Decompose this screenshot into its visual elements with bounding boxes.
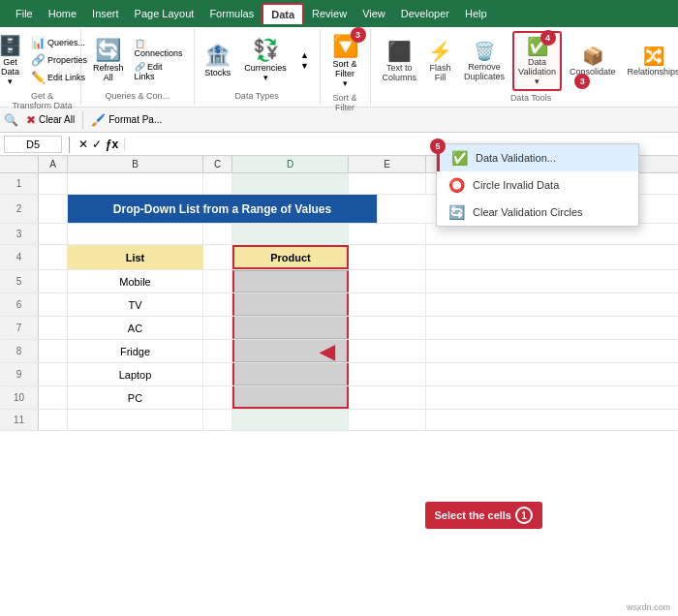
- cell-e3[interactable]: [349, 224, 426, 244]
- cell-a4[interactable]: [39, 245, 68, 269]
- cell-e1[interactable]: [349, 173, 426, 194]
- cell-reference[interactable]: D5: [4, 136, 62, 153]
- cell-e9[interactable]: [349, 363, 426, 385]
- tab-data[interactable]: Data: [262, 3, 304, 24]
- cell-d7-product[interactable]: [232, 317, 349, 339]
- text-columns-label: Text toColumns: [383, 63, 417, 82]
- cell-c3[interactable]: [203, 224, 232, 244]
- edit-links-button[interactable]: ✏️ Edit Links: [28, 70, 88, 85]
- cell-d10-product[interactable]: [232, 386, 349, 409]
- cell-a3[interactable]: [39, 224, 68, 244]
- cell-b8[interactable]: Fridge: [68, 340, 203, 362]
- cell-d1[interactable]: [232, 173, 349, 194]
- queries-button[interactable]: 📊 Queries...: [28, 35, 88, 50]
- tab-file[interactable]: File: [8, 4, 41, 23]
- tab-help[interactable]: Help: [457, 4, 495, 23]
- text-to-columns-button[interactable]: ⬛ Text toColumns: [379, 37, 421, 85]
- data-validation-dropdown[interactable]: ✅ Data Validation... 5 ⭕ Circle Invalid …: [436, 143, 639, 227]
- cell-a2[interactable]: [39, 195, 68, 223]
- cell-b3[interactable]: [68, 224, 203, 244]
- stocks-button[interactable]: 🏦 Stocks: [200, 40, 234, 80]
- tab-pagelayout[interactable]: Page Layout: [127, 4, 202, 23]
- flash-fill-button[interactable]: ⚡ FlashFill: [424, 37, 456, 85]
- confirm-formula-button[interactable]: ✓: [92, 138, 102, 151]
- cell-e11[interactable]: [349, 410, 426, 430]
- datatypes-expand[interactable]: ▲ ▼: [296, 47, 313, 74]
- cell-a11[interactable]: [39, 410, 68, 430]
- tab-formulas[interactable]: Formulas: [201, 4, 262, 23]
- cell-b9[interactable]: Laptop: [68, 363, 203, 385]
- cell-c5[interactable]: [203, 270, 232, 293]
- cell-b11[interactable]: [68, 410, 203, 430]
- data-validation-button[interactable]: ✅ 4 DataValidation ▾: [512, 31, 562, 91]
- cell-d9-product[interactable]: [232, 363, 349, 385]
- dv-icon: ✅: [451, 150, 468, 166]
- cell-a7[interactable]: [39, 317, 68, 339]
- dropdown-item-data-validation[interactable]: ✅ Data Validation... 5: [437, 144, 638, 171]
- sort-filter-button[interactable]: 🔽 Sort &Filter ▾ 3: [328, 31, 362, 91]
- cell-c8[interactable]: [203, 340, 232, 362]
- cell-d4-product-header[interactable]: Product: [232, 245, 349, 269]
- cell-a8[interactable]: [39, 340, 68, 362]
- cell-c6[interactable]: [203, 293, 232, 316]
- cell-c9[interactable]: [203, 363, 232, 385]
- cell-a9[interactable]: [39, 363, 68, 385]
- dropdown-item-clear[interactable]: 🔄 Clear Validation Circles: [437, 199, 638, 226]
- tab-view[interactable]: View: [354, 4, 393, 23]
- tab-review[interactable]: Review: [304, 4, 354, 23]
- cell-b2-merged[interactable]: Drop-Down List from a Range of Values: [68, 195, 378, 223]
- cell-a1[interactable]: [39, 173, 68, 194]
- cell-e5[interactable]: [349, 270, 426, 293]
- tab-developer[interactable]: Developer: [393, 4, 457, 23]
- col-header-c[interactable]: C: [203, 156, 232, 172]
- cell-b7[interactable]: AC: [68, 317, 203, 339]
- cell-a6[interactable]: [39, 293, 68, 316]
- relationships-button[interactable]: 🔀 Relationships: [624, 43, 678, 79]
- dropdown-item-circle[interactable]: ⭕ Circle Invalid Data: [437, 171, 638, 199]
- group-label-datatools: Data Tools 3: [510, 91, 551, 105]
- cell-d11[interactable]: [232, 410, 349, 430]
- consolidate-button[interactable]: 📦 Consolidate: [566, 43, 620, 79]
- remove-duplicates-button[interactable]: 🗑️ RemoveDuplicates: [460, 38, 508, 84]
- cell-e6[interactable]: [349, 293, 426, 316]
- currencies-button[interactable]: 💱 Currencies ▾: [240, 35, 291, 85]
- cell-b10[interactable]: PC: [68, 386, 203, 409]
- cell-b4-list-header[interactable]: List: [68, 245, 203, 269]
- cell-c10[interactable]: [203, 386, 232, 409]
- format-pa-button[interactable]: 🖌️ Format Pa...: [85, 111, 168, 129]
- cell-e10[interactable]: [349, 386, 426, 409]
- tab-home[interactable]: Home: [41, 4, 84, 23]
- cell-e8[interactable]: ◀: [349, 340, 426, 362]
- tab-insert[interactable]: Insert: [84, 4, 127, 23]
- col-header-e[interactable]: E: [349, 156, 426, 172]
- cell-d5-product[interactable]: [232, 270, 349, 293]
- cell-c7[interactable]: [203, 317, 232, 339]
- edit-links2[interactable]: 🔗 Edit Links: [132, 61, 186, 82]
- row-num-11: 11: [0, 410, 39, 430]
- col-header-d[interactable]: D: [232, 156, 349, 172]
- cell-e4[interactable]: [349, 245, 426, 269]
- row-num-6: 6: [0, 293, 39, 316]
- cell-b6[interactable]: TV: [68, 293, 203, 316]
- group-label-sort: Sort & Filter: [328, 91, 362, 114]
- cancel-formula-button[interactable]: ✕: [78, 138, 88, 151]
- currencies-icon: 💱: [253, 38, 279, 63]
- cell-d6-product[interactable]: [232, 293, 349, 316]
- cell-d3[interactable]: [232, 224, 349, 244]
- cell-c11[interactable]: [203, 410, 232, 430]
- cell-b5[interactable]: Mobile: [68, 270, 203, 293]
- cell-c4[interactable]: [203, 245, 232, 269]
- get-data-button[interactable]: 🗄️ GetData ▾: [0, 31, 26, 89]
- cell-b1[interactable]: [68, 173, 203, 194]
- col-header-a[interactable]: A: [39, 156, 68, 172]
- cell-a5[interactable]: [39, 270, 68, 293]
- col-header-b[interactable]: B: [68, 156, 203, 172]
- insert-function-button[interactable]: ƒx: [106, 138, 118, 151]
- cell-c1[interactable]: [203, 173, 232, 194]
- cell-e7[interactable]: [349, 317, 426, 339]
- clear-all-button[interactable]: ✖ Clear All: [20, 111, 80, 129]
- conn-properties[interactable]: 📋 Connections: [132, 38, 186, 59]
- cell-a10[interactable]: [39, 386, 68, 409]
- refresh-all-button[interactable]: 🔄 Refresh All: [89, 35, 128, 85]
- watermark: wsxdn.com: [627, 602, 670, 612]
